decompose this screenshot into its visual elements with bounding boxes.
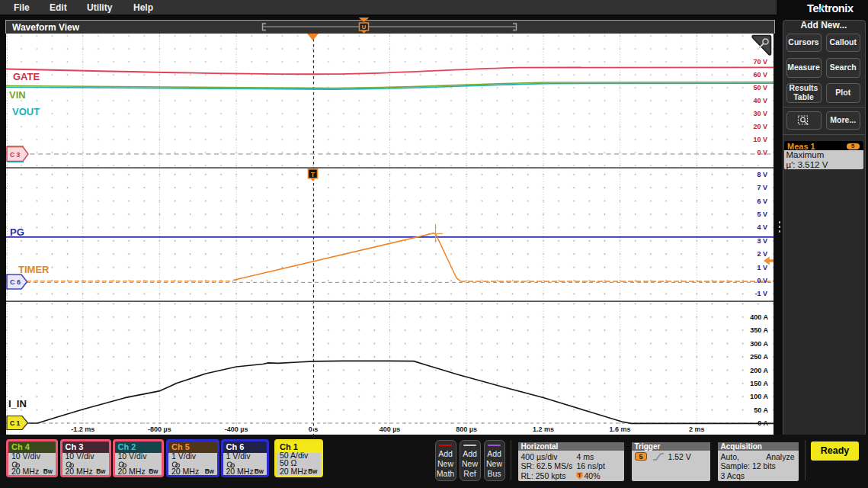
svg-text:-800 µs: -800 µs — [148, 425, 171, 433]
svg-text:50 A: 50 A — [754, 406, 768, 414]
svg-text:PG: PG — [10, 226, 24, 238]
svg-text:100 A: 100 A — [750, 393, 768, 400]
svg-text:3 V: 3 V — [757, 237, 767, 245]
svg-text:40 V: 40 V — [753, 97, 767, 104]
svg-text:VOUT: VOUT — [12, 106, 40, 117]
svg-text:20 V: 20 V — [753, 123, 767, 130]
svg-text:GATE: GATE — [13, 71, 40, 82]
svg-text:60 V: 60 V — [753, 71, 767, 79]
svg-text:0 s: 0 s — [309, 425, 319, 433]
svg-text:C 3: C 3 — [10, 151, 21, 159]
svg-text:C 1: C 1 — [10, 419, 21, 427]
svg-text:10 V: 10 V — [753, 136, 767, 143]
svg-text:400 A: 400 A — [750, 313, 768, 321]
svg-text:4 V: 4 V — [757, 223, 767, 231]
svg-text:I_IN: I_IN — [8, 398, 27, 409]
svg-text:30 V: 30 V — [753, 110, 767, 117]
svg-text:-1.2 ms: -1.2 ms — [71, 425, 94, 433]
svg-text:300 A: 300 A — [750, 340, 768, 348]
svg-text:1 V: 1 V — [757, 264, 767, 271]
svg-text:T: T — [578, 473, 581, 478]
svg-text:VIN: VIN — [9, 89, 26, 101]
svg-text:50 V: 50 V — [753, 84, 767, 92]
svg-text:2 ms: 2 ms — [689, 425, 705, 433]
svg-text:250 A: 250 A — [750, 353, 768, 361]
svg-text:1.6 ms: 1.6 ms — [610, 425, 631, 433]
svg-text:5 V: 5 V — [757, 210, 767, 218]
svg-text:150 A: 150 A — [750, 380, 768, 387]
svg-text:7 V: 7 V — [757, 184, 767, 191]
svg-text:800 µs: 800 µs — [456, 425, 477, 433]
svg-text:T: T — [311, 171, 315, 178]
svg-text:0 V: 0 V — [757, 149, 767, 156]
svg-text:-400 µs: -400 µs — [225, 425, 248, 433]
svg-text:TIMER: TIMER — [18, 264, 50, 275]
svg-text:6 V: 6 V — [757, 197, 767, 205]
svg-text:70 V: 70 V — [753, 58, 767, 66]
svg-text:0 A: 0 A — [757, 419, 768, 427]
svg-text:350 A: 350 A — [750, 326, 768, 334]
svg-text:8 V: 8 V — [757, 171, 767, 178]
svg-text:200 A: 200 A — [750, 367, 768, 374]
svg-text:C 6: C 6 — [10, 278, 21, 286]
svg-text:400 µs: 400 µs — [380, 425, 401, 433]
svg-text:U: U — [362, 24, 367, 30]
svg-text:-1 V: -1 V — [754, 290, 767, 297]
svg-text:2 V: 2 V — [757, 250, 767, 258]
svg-text:0 V: 0 V — [757, 277, 767, 284]
svg-text:1.2 ms: 1.2 ms — [533, 425, 554, 433]
